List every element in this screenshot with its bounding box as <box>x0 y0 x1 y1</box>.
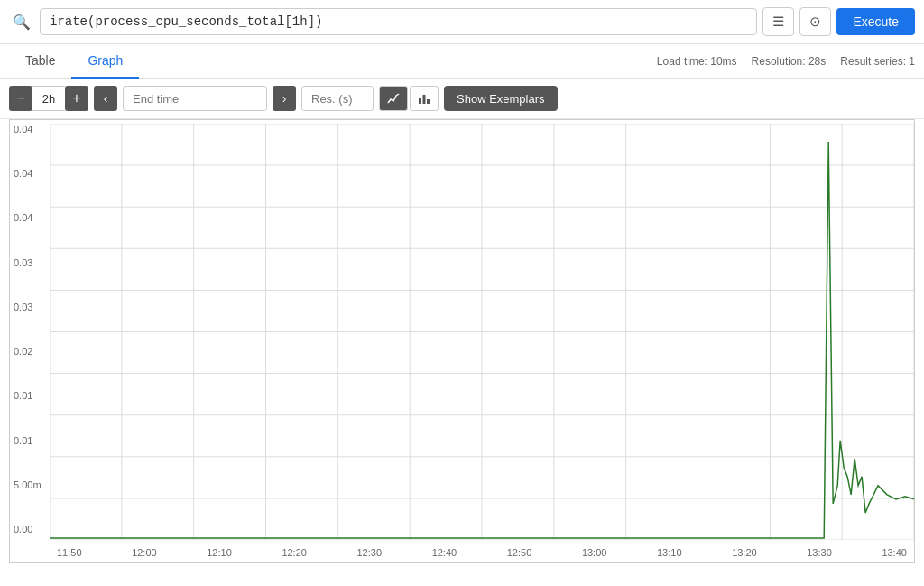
x-label-1: 12:00 <box>132 547 157 558</box>
x-label-11: 13:40 <box>882 547 907 558</box>
x-label-2: 12:10 <box>207 547 232 558</box>
end-time-input[interactable] <box>123 86 267 111</box>
x-label-9: 13:20 <box>732 547 757 558</box>
time-decrease-button[interactable]: − <box>9 86 32 111</box>
show-exemplars-button[interactable]: Show Exemplars <box>444 86 558 111</box>
y-axis-labels: 0.04 0.04 0.04 0.03 0.03 0.02 0.01 0.01 … <box>10 120 50 535</box>
chart-svg <box>50 124 914 540</box>
x-label-5: 12:40 <box>432 547 457 558</box>
metrics-browser-button[interactable]: ⊙ <box>799 7 831 36</box>
resolution-input[interactable] <box>301 86 374 111</box>
svg-rect-0 <box>419 98 421 104</box>
time-increase-button[interactable]: + <box>65 86 88 111</box>
x-label-7: 13:00 <box>582 547 607 558</box>
tabs-bar: Table Graph Load time: 10ms Resolution: … <box>0 44 924 79</box>
history-button[interactable]: ☰ <box>762 7 794 36</box>
tab-table[interactable]: Table <box>9 44 71 79</box>
chart-type-buttons <box>379 86 439 111</box>
bar-chart-icon <box>418 92 430 105</box>
y-label-7: 0.01 <box>14 435 46 446</box>
svg-rect-2 <box>427 99 430 104</box>
prev-time-button[interactable]: ‹ <box>94 86 117 111</box>
tab-graph[interactable]: Graph <box>71 44 139 79</box>
search-bar: 🔍 ☰ ⊙ Execute <box>0 0 924 44</box>
line-chart-icon <box>387 92 400 105</box>
metrics-icon: ⊙ <box>809 14 821 30</box>
query-input[interactable] <box>40 8 757 35</box>
tabs: Table Graph <box>9 44 139 78</box>
x-label-6: 12:50 <box>507 547 532 558</box>
x-label-3: 12:20 <box>282 547 307 558</box>
line-chart-button[interactable] <box>379 86 408 111</box>
result-series: Result series: 1 <box>840 55 915 68</box>
x-label-0: 11:50 <box>57 547 82 558</box>
toolbar-right: ☰ ⊙ Execute <box>762 7 915 36</box>
y-label-8: 5.00m <box>14 479 46 490</box>
chart-container: 0.04 0.04 0.04 0.03 0.03 0.02 0.01 0.01 … <box>9 119 915 563</box>
y-label-6: 0.01 <box>14 390 46 401</box>
meta-info: Load time: 10ms Resolution: 28s Result s… <box>657 48 915 75</box>
bar-chart-button[interactable] <box>410 86 439 111</box>
search-icon: 🔍 <box>9 12 34 33</box>
load-time: Load time: 10ms <box>657 55 737 68</box>
y-label-5: 0.02 <box>14 346 46 357</box>
x-label-10: 13:30 <box>807 547 832 558</box>
controls-bar: − 2h + ‹ › Show Exemplars <box>0 79 924 119</box>
chart-inner <box>50 124 914 540</box>
x-label-4: 12:30 <box>357 547 383 558</box>
x-axis-labels: 11:50 12:00 12:10 12:20 12:30 12:40 12:5… <box>50 547 914 558</box>
svg-rect-1 <box>423 95 426 104</box>
y-label-4: 0.03 <box>14 302 46 312</box>
y-label-1: 0.04 <box>14 168 46 179</box>
y-label-9: 0.00 <box>14 524 46 535</box>
y-label-2: 0.04 <box>14 212 46 223</box>
x-label-8: 13:10 <box>657 547 682 558</box>
y-label-0: 0.04 <box>14 124 46 135</box>
time-control: − 2h + <box>9 86 88 111</box>
y-label-3: 0.03 <box>14 257 46 268</box>
execute-button[interactable]: Execute <box>836 8 915 35</box>
time-value-display: 2h <box>32 86 65 111</box>
resolution: Resolution: 28s <box>752 55 827 68</box>
history-icon: ☰ <box>772 14 784 30</box>
next-time-button[interactable]: › <box>273 86 296 111</box>
